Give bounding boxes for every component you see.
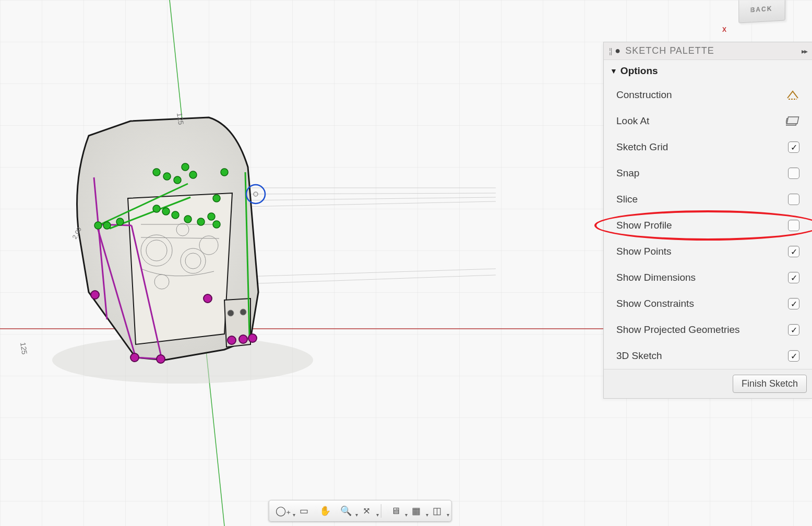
- svg-point-34: [172, 211, 179, 219]
- svg-point-35: [184, 216, 192, 223]
- dim-label-left: 125: [19, 342, 29, 355]
- zoom-button[interactable]: 🔍: [337, 503, 355, 519]
- option-show-dimensions[interactable]: Show Dimensions: [604, 265, 812, 291]
- option-label: Show Constraints: [616, 298, 694, 309]
- collapse-dot-icon[interactable]: ●: [615, 45, 621, 56]
- show-projected-checkbox[interactable]: [788, 324, 799, 336]
- option-label: Snap: [616, 168, 639, 179]
- sketch-grid-checkbox[interactable]: [788, 141, 799, 153]
- drag-grip-icon[interactable]: ¦|: [609, 47, 612, 55]
- option-label: Show Projected Geometries: [616, 324, 740, 336]
- option-label: 3D Sketch: [616, 350, 662, 362]
- 3d-sketch-checkbox[interactable]: [788, 350, 799, 362]
- show-dimensions-checkbox[interactable]: [788, 272, 799, 283]
- svg-point-25: [103, 222, 111, 229]
- show-profile-checkbox[interactable]: [788, 220, 799, 231]
- construction-svg: [786, 90, 799, 100]
- svg-point-24: [94, 222, 102, 229]
- palette-footer: Finish Sketch: [604, 369, 812, 398]
- lookat-icon[interactable]: [786, 115, 799, 127]
- lookat-svg: [786, 116, 799, 126]
- svg-point-44: [204, 294, 212, 303]
- options-section-header[interactable]: ▼ Options: [604, 60, 812, 82]
- dim-label-top: 125: [175, 112, 185, 125]
- palette-header[interactable]: ¦| ● SKETCH PALETTE ▸▸: [604, 42, 812, 60]
- lookat-button[interactable]: ▭: [295, 503, 313, 519]
- finish-sketch-button[interactable]: Finish Sketch: [733, 375, 807, 393]
- bottom-nav-toolbar: ◯₊ ▭ ✋ 🔍 ⤧ 🖥 ▦ ◫: [269, 500, 452, 522]
- svg-point-47: [248, 334, 257, 342]
- svg-point-14: [228, 310, 234, 316]
- pan-button[interactable]: ✋: [316, 503, 334, 519]
- option-sketch-grid[interactable]: Sketch Grid: [604, 134, 812, 160]
- svg-point-33: [162, 208, 170, 215]
- show-points-checkbox[interactable]: [788, 246, 799, 257]
- option-label: Show Dimensions: [616, 272, 696, 283]
- construction-icon[interactable]: [786, 89, 799, 101]
- svg-point-36: [197, 218, 205, 225]
- snap-checkbox[interactable]: [788, 168, 799, 179]
- option-label: Construction: [616, 89, 672, 101]
- sketch-palette-panel: ¦| ● SKETCH PALETTE ▸▸ ▼ Options Constru…: [603, 42, 812, 399]
- pin-icon[interactable]: ▸▸: [802, 47, 807, 55]
- option-slice[interactable]: Slice: [604, 186, 812, 212]
- svg-point-40: [221, 169, 228, 176]
- svg-point-29: [174, 176, 181, 184]
- option-show-profile[interactable]: Show Profile: [604, 212, 812, 238]
- slice-checkbox[interactable]: [788, 194, 799, 205]
- options-section-label: Options: [620, 65, 658, 77]
- svg-point-30: [182, 163, 189, 171]
- option-look-at[interactable]: Look At: [604, 108, 812, 134]
- orbit-button[interactable]: ◯₊: [274, 503, 292, 519]
- option-label: Sketch Grid: [616, 141, 668, 153]
- option-label: Show Points: [616, 246, 672, 257]
- svg-point-32: [153, 205, 160, 212]
- svg-point-39: [213, 195, 220, 202]
- option-show-constraints[interactable]: Show Constraints: [604, 291, 812, 317]
- svg-point-37: [208, 213, 215, 220]
- svg-point-41: [91, 291, 99, 299]
- option-snap[interactable]: Snap: [604, 160, 812, 186]
- svg-point-27: [153, 169, 160, 176]
- svg-point-26: [116, 218, 124, 225]
- svg-point-42: [130, 353, 139, 362]
- show-constraints-checkbox[interactable]: [788, 298, 799, 309]
- viewport[interactable]: BACK X: [0, 0, 812, 526]
- fit-button[interactable]: ⤧: [358, 503, 376, 519]
- option-label: Slice: [616, 194, 638, 205]
- svg-point-15: [240, 309, 246, 315]
- option-show-points[interactable]: Show Points: [604, 238, 812, 265]
- toolbar-separator: [381, 504, 381, 518]
- option-construction[interactable]: Construction: [604, 82, 812, 108]
- svg-point-45: [228, 336, 236, 344]
- chevron-down-icon: ▼: [610, 67, 617, 75]
- svg-point-38: [213, 221, 220, 228]
- palette-title: SKETCH PALETTE: [625, 45, 802, 56]
- option-label: Look At: [616, 115, 649, 127]
- option-label: Show Profile: [616, 220, 672, 231]
- viewports-button[interactable]: ◫: [428, 503, 446, 519]
- option-show-projected[interactable]: Show Projected Geometries: [604, 317, 812, 343]
- visual-style-button[interactable]: 🖥: [387, 503, 404, 519]
- svg-point-31: [189, 171, 197, 178]
- option-3d-sketch[interactable]: 3D Sketch: [604, 343, 812, 369]
- svg-point-43: [157, 355, 165, 363]
- grid-settings-button[interactable]: ▦: [408, 503, 425, 519]
- svg-point-46: [239, 335, 247, 343]
- svg-rect-51: [787, 117, 799, 124]
- svg-point-28: [163, 173, 171, 180]
